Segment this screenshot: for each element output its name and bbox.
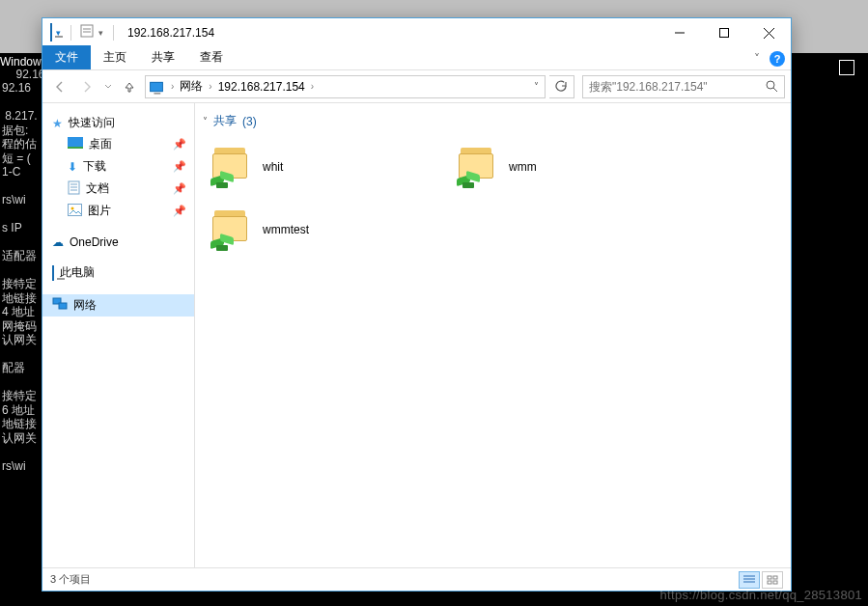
chevron-right-icon[interactable]: › (167, 81, 178, 92)
ribbon-tab-view[interactable]: 查看 (187, 45, 236, 69)
qat-customize-icon[interactable]: ▾ (97, 28, 105, 38)
chevron-right-icon[interactable]: › (205, 81, 215, 92)
address-location-icon (146, 81, 167, 93)
star-icon: ★ (52, 117, 63, 130)
pin-icon: 📌 (173, 182, 186, 195)
svg-rect-23 (773, 576, 777, 579)
sidebar-item-label: 此电脑 (60, 264, 95, 281)
file-explorer-window: ▾ ▾ 192.168.217.154 文件 主页 共享 查看 ˅ ? (42, 17, 792, 592)
share-folder-icon (207, 144, 253, 190)
network-icon (52, 297, 68, 314)
navigation-bar: › 网络 › 192.168.217.154 › ˅ (42, 70, 791, 103)
close-button[interactable] (746, 18, 791, 47)
pin-icon: 📌 (173, 138, 186, 151)
svg-rect-0 (81, 25, 93, 37)
search-box[interactable] (582, 75, 785, 98)
sidebar-item-documents[interactable]: 文档 📌 (42, 178, 194, 200)
svg-point-7 (767, 81, 774, 89)
svg-line-8 (773, 88, 777, 92)
group-label: 共享 (213, 113, 237, 129)
download-icon: ⬇ (68, 160, 77, 174)
share-item[interactable]: wmmtest (203, 198, 449, 261)
sidebar-item-pictures[interactable]: 图片 📌 (42, 200, 194, 222)
window-title: 192.168.217.154 (120, 26, 214, 40)
desktop-icon (68, 137, 83, 152)
sidebar-item-label: 桌面 (89, 136, 112, 152)
svg-rect-25 (773, 581, 777, 584)
separator (70, 25, 71, 41)
svg-rect-10 (68, 147, 83, 149)
ribbon-expand-icon[interactable]: ˅ (754, 52, 760, 66)
titlebar[interactable]: ▾ ▾ 192.168.217.154 (42, 18, 791, 47)
svg-point-16 (71, 207, 74, 209)
terminal-text: 92.16 92.16 8.217. 据包: 程的估 短 = ( 1-C rs\… (2, 68, 44, 473)
background-window-title: Window (0, 55, 42, 69)
sidebar-item-label: 文档 (86, 180, 109, 197)
address-bar[interactable]: › 网络 › 192.168.217.154 › ˅ (145, 75, 546, 98)
sidebar-item-label: 下载 (83, 158, 106, 175)
background-maximize-button[interactable] (839, 60, 854, 75)
pin-icon: 📌 (173, 205, 186, 217)
chevron-right-icon[interactable]: › (307, 81, 318, 92)
sidebar-this-pc[interactable]: 此电脑 (42, 262, 194, 283)
search-input[interactable] (583, 80, 759, 94)
group-count: (3) (242, 115, 257, 128)
sidebar-network[interactable]: 网络 (42, 294, 194, 317)
sidebar-item-label: 网络 (73, 297, 97, 314)
share-folder-icon (207, 207, 253, 253)
svg-rect-22 (768, 576, 771, 579)
svg-rect-9 (68, 137, 83, 147)
group-header-shares[interactable]: ˅ 共享 (3) (203, 113, 783, 129)
svg-rect-4 (720, 29, 729, 38)
help-icon[interactable]: ? (770, 51, 785, 67)
quick-access-toolbar: ▾ ▾ (42, 23, 120, 42)
sidebar-quick-access[interactable]: ★ 快速访问 (42, 113, 194, 133)
search-icon[interactable] (759, 80, 784, 93)
ribbon-tab-file[interactable]: 文件 (42, 45, 91, 69)
sidebar-item-label: 快速访问 (69, 115, 115, 131)
separator (113, 25, 114, 41)
address-dropdown-icon[interactable]: ˅ (528, 81, 545, 92)
breadcrumb-host[interactable]: 192.168.217.154 (216, 80, 307, 94)
ribbon-tab-home[interactable]: 主页 (91, 45, 139, 69)
sidebar-onedrive[interactable]: ☁ OneDrive (42, 234, 194, 251)
chevron-down-icon[interactable]: ˅ (203, 116, 208, 126)
ribbon-tab-share[interactable]: 共享 (139, 45, 187, 69)
document-icon (68, 180, 80, 198)
status-item-count: 3 个项目 (50, 572, 91, 587)
svg-rect-24 (768, 581, 771, 584)
share-folder-icon (453, 144, 499, 190)
sidebar-item-downloads[interactable]: ⬇ 下载 📌 (42, 155, 194, 178)
breadcrumb-network[interactable]: 网络 (178, 78, 205, 95)
pin-icon: 📌 (173, 160, 186, 173)
item-label: wmm (509, 160, 537, 174)
thispc-icon (52, 266, 54, 280)
share-item[interactable]: wmm (449, 135, 695, 198)
item-label: wmmtest (263, 223, 309, 236)
nav-back-button[interactable] (48, 75, 71, 98)
nav-up-button[interactable] (118, 75, 141, 98)
refresh-button[interactable] (549, 75, 574, 98)
sidebar-item-label: OneDrive (70, 235, 119, 249)
nav-forward-button[interactable] (75, 75, 98, 98)
svg-rect-18 (59, 303, 67, 309)
share-item[interactable]: whit (203, 135, 449, 198)
maximize-button[interactable] (702, 18, 746, 47)
minimize-button[interactable] (658, 18, 702, 47)
picture-icon (68, 204, 82, 219)
navigation-pane: ★ 快速访问 桌面 📌 ⬇ 下载 📌 文档 📌 图片 📌 (42, 103, 195, 567)
watermark: https://blog.csdn.net/qq_28513801 (660, 588, 862, 602)
ribbon: 文件 主页 共享 查看 ˅ ? (42, 47, 791, 70)
content-pane[interactable]: ˅ 共享 (3) whit wmm (195, 103, 791, 567)
view-large-icons-button[interactable] (762, 571, 783, 589)
view-details-button[interactable] (739, 571, 760, 589)
sidebar-item-desktop[interactable]: 桌面 📌 (42, 133, 194, 155)
thispc-icon[interactable] (50, 24, 52, 41)
item-label: whit (263, 160, 283, 174)
cloud-icon: ☁ (52, 235, 64, 249)
sidebar-item-label: 图片 (88, 203, 111, 219)
nav-recent-dropdown[interactable] (102, 75, 114, 98)
properties-icon[interactable] (79, 23, 95, 42)
